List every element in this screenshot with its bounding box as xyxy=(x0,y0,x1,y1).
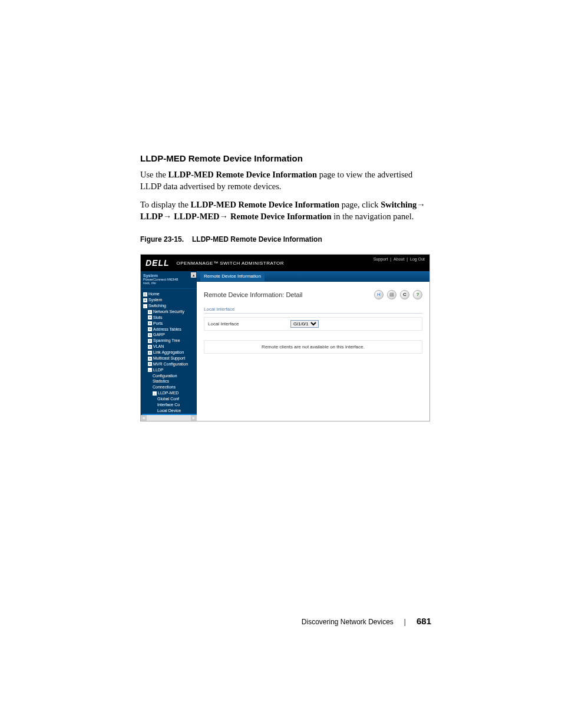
figure-caption: Figure 23-15.LLDP-MED Remote Device Info… xyxy=(140,235,432,243)
expand-icon[interactable]: + xyxy=(148,327,152,331)
figure-title: LLDP-MED Remote Device Information xyxy=(192,235,322,243)
paragraph-2: To display the LLDP-MED Remote Device In… xyxy=(140,199,432,222)
arrow-icon: → xyxy=(416,200,425,209)
local-interface-select[interactable]: Gi1/0/1 xyxy=(290,320,319,328)
bold-text: LLDP-MED Remote Device Information xyxy=(168,170,317,179)
footer-separator: | xyxy=(404,618,406,626)
tree-item[interactable]: +Slots xyxy=(142,315,197,321)
link-logout[interactable]: Log Out xyxy=(410,257,425,261)
expand-icon[interactable]: + xyxy=(148,357,152,361)
tree-item-label: Global Conf xyxy=(157,397,179,401)
bold-text: LLDP-MED Remote Device Information xyxy=(191,200,339,209)
save-icon[interactable]: H xyxy=(374,290,384,299)
tree-item-label: Interface Co xyxy=(157,403,180,407)
footer-section: Discovering Network Devices xyxy=(302,618,394,626)
content-pane: Remote Device Information Remote Device … xyxy=(197,271,429,421)
tree-item-label: Statistics xyxy=(153,380,169,384)
tree-item[interactable]: +MVR Configuration xyxy=(142,361,197,367)
expand-icon[interactable]: + xyxy=(148,310,152,314)
tree-item-label: Link Aggregation xyxy=(153,350,184,354)
tree-item[interactable]: +Address Tables xyxy=(142,327,197,332)
collapse-icon[interactable]: - xyxy=(148,368,152,372)
sidebar-user: root, r/w xyxy=(143,281,194,285)
tree-item[interactable]: Global Conf xyxy=(142,396,197,402)
tree-item[interactable]: Connections xyxy=(142,384,197,390)
expand-icon[interactable]: + xyxy=(148,351,152,355)
text: Use the xyxy=(140,170,168,179)
content-inner: Remote Device Information: Detail H ▤ C … xyxy=(197,282,429,358)
scroll-up-icon[interactable]: ▴ xyxy=(191,272,196,278)
tree-item[interactable]: +Spanning Tree xyxy=(142,338,197,344)
nav-step: LLDP xyxy=(140,212,163,221)
tree-item[interactable]: Local Device xyxy=(142,408,197,414)
tree-item-label: Spanning Tree xyxy=(153,339,180,343)
tree-item-label: Local Device xyxy=(157,409,181,413)
expand-icon[interactable]: + xyxy=(148,362,152,366)
page-footer: Discovering Network Devices | 681 xyxy=(140,616,432,626)
expand-icon[interactable]: + xyxy=(148,345,152,349)
nav-sidebar: ▴ System PowerConnect M6348 root, r/w =H… xyxy=(141,271,197,421)
arrow-icon: → xyxy=(163,212,174,221)
expand-icon[interactable]: + xyxy=(148,333,152,337)
scroll-left-icon[interactable]: ◂ xyxy=(141,415,147,421)
app-body: ▴ System PowerConnect M6348 root, r/w =H… xyxy=(141,271,429,421)
expand-icon[interactable]: + xyxy=(148,315,152,319)
link-about[interactable]: About xyxy=(394,257,404,261)
tree-item[interactable]: Configuration xyxy=(142,373,197,379)
help-icon[interactable]: ? xyxy=(413,290,422,299)
tree-item-label: VLAN xyxy=(153,345,164,349)
tree-item[interactable]: Statistics xyxy=(142,378,197,384)
tree-item-label: Switching xyxy=(148,304,166,308)
tree-item-label: LLDP-MED xyxy=(158,391,178,396)
expand-icon[interactable]: + xyxy=(148,321,152,325)
tree-item[interactable]: +Multicast Support xyxy=(142,355,197,361)
refresh-icon[interactable]: C xyxy=(400,290,409,299)
tree-item-label: Slots xyxy=(153,315,163,319)
tree-item[interactable]: -LLDP-MED xyxy=(142,390,197,396)
tree-item-label: MVR Configuration xyxy=(153,362,188,366)
scroll-right-icon[interactable]: ▸ xyxy=(191,415,197,421)
print-icon[interactable]: ▤ xyxy=(387,290,396,299)
tree-item[interactable]: +Ports xyxy=(142,321,197,327)
tree-item-label: Network Security xyxy=(153,309,184,314)
nav-step: Remote Device Information xyxy=(230,212,332,221)
node-icon[interactable]: = xyxy=(143,292,147,297)
page-number: 681 xyxy=(416,616,431,626)
tree-item-label: Ports xyxy=(153,321,163,325)
link-support[interactable]: Support xyxy=(373,257,388,261)
status-message: Remote clients are not available on this… xyxy=(204,340,422,354)
detail-heading-row: Remote Device Information: Detail H ▤ C … xyxy=(204,290,422,299)
nav-step: Switching xyxy=(381,200,416,209)
figure-number: Figure 23-15. xyxy=(140,235,184,243)
document-page: LLDP-MED Remote Device Information Use t… xyxy=(0,0,562,661)
tree-item-label: Address Tables xyxy=(153,327,181,331)
arrow-icon: → xyxy=(220,212,231,221)
tree-item-label: GARP xyxy=(153,333,165,337)
tree-item[interactable]: =Home xyxy=(142,291,197,297)
tree-item[interactable]: -LLDP xyxy=(142,367,197,373)
expand-icon[interactable]: + xyxy=(148,339,152,343)
tree-item[interactable]: -Switching xyxy=(142,303,197,309)
tree-item[interactable]: +GARP xyxy=(142,332,197,338)
breadcrumb-bar: Remote Device Information xyxy=(197,271,429,282)
tree-item-label: Configuration xyxy=(153,374,177,378)
paragraph-1: Use the LLDP-MED Remote Device Informati… xyxy=(140,169,432,192)
tree-item[interactable]: Interface Co xyxy=(142,402,197,408)
breadcrumb: Remote Device Information xyxy=(200,272,265,281)
collapse-icon[interactable]: - xyxy=(143,304,147,308)
nav-step: LLDP-MED xyxy=(174,212,219,221)
tree-item-label: LLDP xyxy=(153,368,164,372)
detail-heading: Remote Device Information: Detail xyxy=(204,291,374,298)
horizontal-scrollbar[interactable]: ◂ ▸ xyxy=(141,415,197,421)
text: page, click xyxy=(339,200,381,209)
tree-item-label: Home xyxy=(148,292,160,297)
tree-item[interactable]: +System xyxy=(142,297,197,303)
expand-icon[interactable]: + xyxy=(143,298,147,302)
tree-item[interactable]: +VLAN xyxy=(142,344,197,350)
collapse-icon[interactable]: - xyxy=(153,391,157,396)
tree-item[interactable]: +Network Security xyxy=(142,309,197,315)
screenshot-figure: DELL OPENMANAGE™ SWITCH ADMINISTRATOR Su… xyxy=(140,254,430,421)
app-title: OPENMANAGE™ SWITCH ADMINISTRATOR xyxy=(177,261,284,266)
tree-item-label: System xyxy=(148,298,162,302)
tree-item[interactable]: +Link Aggregation xyxy=(142,350,197,355)
